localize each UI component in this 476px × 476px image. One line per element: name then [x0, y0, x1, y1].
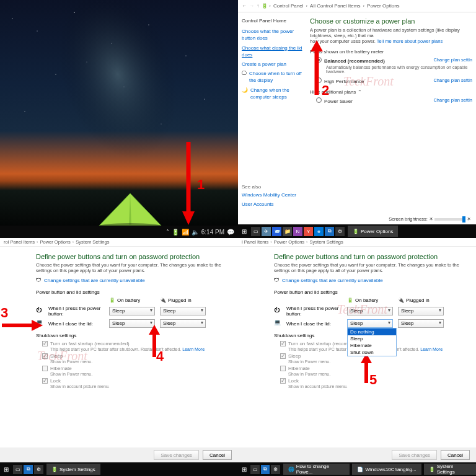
system-settings-dropdown-panel: l Panel Items› Power Options› System Set… [238, 238, 476, 476]
change-settings-link[interactable]: Change settings that are currently unava… [282, 278, 383, 283]
svg-marker-15 [182, 211, 195, 225]
start-button[interactable]: ⊞ [0, 466, 12, 473]
link-user-accounts[interactable]: User Accounts [242, 201, 302, 208]
taskbar-app-icon[interactable]: ⧉ [261, 465, 270, 474]
task-view-icon[interactable]: ▭ [250, 465, 259, 474]
task-view-icon[interactable]: ▭ [13, 465, 22, 474]
taskbar[interactable]: ⊞ ▭ ⧉ ⚙ 🌐How to change Powe... 📄Windows1… [238, 462, 476, 476]
page-title: Define power buttons and turn on passwor… [36, 253, 226, 260]
svg-point-8 [25, 112, 25, 112]
collapse-icon[interactable]: ⌃ [358, 89, 362, 95]
brightness-slider[interactable] [434, 218, 465, 221]
taskbar-app-icon[interactable]: ⧉ [325, 227, 334, 236]
taskbar[interactable]: ⊞ ▭ ⧉ ⚙ 🔋System Settings [0, 462, 238, 476]
learn-more-link[interactable]: Tell me more about power plans [377, 38, 443, 44]
option-hibernate[interactable]: Hibernate [348, 342, 396, 349]
action-center-icon[interactable]: 💬 [227, 229, 234, 236]
checkbox-fast-startup [42, 341, 48, 346]
dropdown-power-plugged[interactable]: Sleep [398, 307, 444, 315]
clock-text[interactable]: 6:14 PM [201, 229, 224, 236]
taskbar-window-button[interactable]: 🔋System Settings [46, 464, 100, 475]
button-bar: Save changes Cancel [238, 447, 476, 462]
taskbar-app-icon[interactable]: ⚙ [34, 465, 43, 474]
cancel-button[interactable]: Cancel [441, 450, 470, 460]
radio-powersaver[interactable] [316, 97, 322, 103]
annotation-arrow-5: 5 [359, 353, 373, 384]
dropdown-power-battery[interactable]: Sleep [109, 307, 155, 315]
taskbar-window-button[interactable]: 🌐How to change Powe... [283, 464, 350, 475]
option-shutdown[interactable]: Shut down [348, 349, 396, 356]
lid-icon: 💻 [274, 319, 283, 328]
taskbar-window-button[interactable]: 🔋System Settings [424, 464, 476, 475]
button-bar: Save changes Cancel [0, 447, 238, 462]
taskbar[interactable]: ⊞ ▭ ✈ 📨 📁 N Y e ⧉ ⚙ 🔋Power Options [238, 224, 476, 238]
moon-icon: 🌙 [242, 87, 248, 94]
edge-icon[interactable]: e [314, 227, 324, 236]
taskbar-app-icon[interactable]: ✈ [262, 227, 271, 236]
dropdown-list[interactable]: Do nothing Sleep Hibernate Shut down [347, 328, 397, 356]
annotation-arrow-2: 2 [309, 40, 324, 96]
wifi-icon[interactable]: 📶 [182, 229, 189, 236]
plug-icon: 🔌 [398, 298, 404, 303]
nav-fwd-icon: → [249, 3, 254, 9]
change-plan-link[interactable]: Change plan settin [433, 77, 472, 83]
breadcrumb[interactable]: l Panel Items› Power Options› System Set… [238, 238, 476, 247]
link-turn-off-display[interactable]: Choose when to turn off the display [249, 70, 302, 84]
link-sleep[interactable]: Change when the computer sleeps [250, 87, 302, 100]
start-button[interactable]: ⊞ [238, 466, 250, 473]
battery-icon[interactable]: 🔋 [172, 229, 179, 236]
change-settings-link[interactable]: Change settings that are currently unava… [44, 278, 145, 283]
taskbar-app-icon[interactable]: N [293, 227, 302, 236]
checkbox-sleep [42, 353, 48, 359]
nav-back-icon[interactable]: ← [242, 3, 247, 9]
power-button-icon: ⏻ [36, 307, 45, 315]
option-sleep[interactable]: Sleep [348, 335, 396, 342]
breadcrumb[interactable]: rol Panel Items› Power Options› System S… [0, 238, 238, 247]
dropdown-lid-plugged[interactable]: Sleep [398, 319, 444, 328]
system-tray[interactable]: ˄ 🔋 📶 🔈 6:14 PM 💬 [166, 229, 234, 236]
page-title: Define power buttons and turn on passwor… [274, 253, 464, 260]
volume-icon[interactable]: 🔈 [192, 229, 199, 236]
dropdown-power-plugged[interactable]: Sleep [160, 307, 206, 315]
main-content: Choose or customize a power plan A power… [306, 12, 476, 238]
taskbar-app-icon[interactable]: ⚙ [271, 465, 280, 474]
start-button[interactable]: ⊞ [238, 228, 250, 235]
link-create-plan[interactable]: Create a power plan [242, 61, 302, 68]
svg-point-9 [205, 99, 205, 100]
link-mobility[interactable]: Windows Mobility Center [242, 192, 302, 198]
svg-point-1 [37, 31, 38, 32]
option-do-nothing[interactable]: Do nothing [348, 328, 396, 335]
address-bar[interactable]: ← → ↑ 🔋 › Control Panel› All Control Pan… [238, 0, 476, 12]
taskbar-app-icon[interactable]: Y [304, 227, 313, 236]
change-plan-link[interactable]: Change plan settin [433, 97, 472, 103]
learn-more-link[interactable]: Learn More [420, 347, 443, 351]
tray-chevron-icon[interactable]: ˄ [166, 229, 169, 236]
taskbar[interactable]: ˄ 🔋 📶 🔈 6:14 PM 💬 [0, 226, 238, 238]
side-panel: Control Panel Home Choose what the power… [238, 12, 306, 238]
power-options-panel: ← → ↑ 🔋 › Control Panel› All Control Pan… [238, 0, 476, 238]
tent-graphic [93, 190, 167, 227]
display-icon: 🖵 [242, 70, 247, 77]
svg-marker-19 [32, 320, 43, 331]
settings-icon[interactable]: ⚙ [335, 227, 345, 236]
link-closing-lid[interactable]: Choose what closing the lid does [242, 45, 302, 58]
dropdown-power-battery[interactable]: Sleep [347, 307, 393, 315]
link-power-button[interactable]: Choose what the power button does [242, 28, 302, 42]
cancel-button[interactable]: Cancel [203, 450, 232, 460]
taskbar-app-icon[interactable]: ⧉ [24, 465, 33, 474]
task-view-icon[interactable]: ▭ [251, 227, 260, 236]
dropdown-lid-plugged[interactable]: Sleep [160, 319, 206, 328]
file-explorer-icon[interactable]: 📁 [283, 227, 292, 236]
taskbar-window-button[interactable]: 📄Windows10Changing... [352, 464, 421, 475]
shield-icon: 🛡 [36, 277, 42, 283]
taskbar-window-button[interactable]: 🔋Power Options [348, 226, 398, 237]
change-plan-link[interactable]: Change plan settin [433, 57, 472, 63]
battery-icon: 🔋 [347, 298, 353, 303]
system-settings-panel: rol Panel Items› Power Options› System S… [0, 238, 238, 476]
shield-icon: 🛡 [274, 277, 280, 283]
svg-point-12 [38, 0, 198, 174]
dropdown-lid-battery[interactable]: Sleep Do nothing Sleep Hibernate Shut do… [347, 319, 393, 328]
learn-more-link[interactable]: Learn More [182, 347, 205, 351]
svg-point-0 [12, 18, 12, 19]
taskbar-app-icon[interactable]: 📨 [272, 227, 281, 236]
